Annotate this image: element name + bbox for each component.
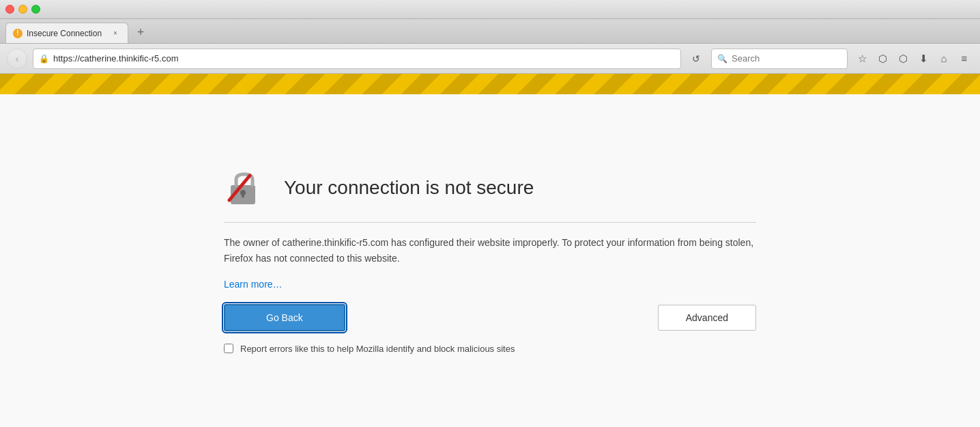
minimize-button[interactable]	[18, 5, 27, 14]
report-errors-checkbox[interactable]	[224, 344, 233, 353]
maximize-button[interactable]	[31, 5, 40, 14]
download-icon[interactable]: ⬇	[914, 50, 932, 68]
back-button[interactable]: ‹	[7, 49, 27, 69]
search-icon: 🔍	[717, 54, 727, 64]
search-input[interactable]	[732, 53, 841, 64]
reload-button[interactable]: ↺	[687, 49, 706, 68]
go-back-button[interactable]: Go Back	[224, 304, 345, 331]
checkbox-row: Report errors like this to help Mozilla …	[224, 344, 756, 354]
navbar: ‹ 🔒 ↺ 🔍 ☆ ⬡ ⬡ ⬇ ⌂ ≡	[0, 44, 980, 74]
screenshot-icon[interactable]: ⬡	[874, 50, 891, 68]
address-bar-container[interactable]: 🔒	[33, 49, 681, 69]
broken-lock-icon	[224, 167, 265, 208]
tabbar: ! Insecure Connection × +	[0, 19, 980, 44]
reload-icon: ↺	[692, 53, 700, 64]
bookmark-icon[interactable]: ☆	[853, 50, 871, 68]
divider	[224, 222, 756, 223]
content-area: Your connection is not secure The owner …	[0, 94, 980, 427]
close-button[interactable]: ×	[5, 5, 14, 14]
svg-rect-3	[242, 193, 244, 197]
address-input[interactable]	[53, 53, 675, 64]
search-bar-container[interactable]: 🔍	[711, 49, 848, 69]
home-icon[interactable]: ⌂	[935, 50, 953, 68]
advanced-button[interactable]: Advanced	[658, 305, 756, 331]
back-icon: ‹	[16, 53, 19, 64]
new-tab-button[interactable]: +	[131, 23, 150, 42]
titlebar: ×	[0, 0, 980, 19]
error-container: Your connection is not secure The owner …	[224, 154, 756, 368]
pocket-icon[interactable]: ⬡	[894, 50, 912, 68]
error-description: The owner of catherine.thinkific-r5.com …	[224, 235, 756, 266]
checkbox-label: Report errors like this to help Mozilla …	[240, 344, 515, 354]
toolbar-icons: ☆ ⬡ ⬡ ⬇ ⌂ ≡	[853, 50, 973, 68]
menu-icon[interactable]: ≡	[955, 50, 973, 68]
lock-icon: 🔒	[39, 54, 49, 64]
actions-row: Go Back Advanced	[224, 304, 756, 331]
active-tab[interactable]: ! Insecure Connection ×	[5, 23, 128, 43]
error-title: Your connection is not secure	[284, 176, 534, 199]
window-controls: ×	[5, 5, 40, 14]
tab-close-button[interactable]: ×	[110, 28, 121, 39]
tab-title: Insecure Connection	[27, 29, 106, 38]
learn-more-link[interactable]: Learn more…	[224, 279, 283, 290]
warning-stripe	[0, 74, 980, 94]
tab-warning-icon: !	[13, 29, 23, 38]
error-header: Your connection is not secure	[224, 167, 756, 208]
